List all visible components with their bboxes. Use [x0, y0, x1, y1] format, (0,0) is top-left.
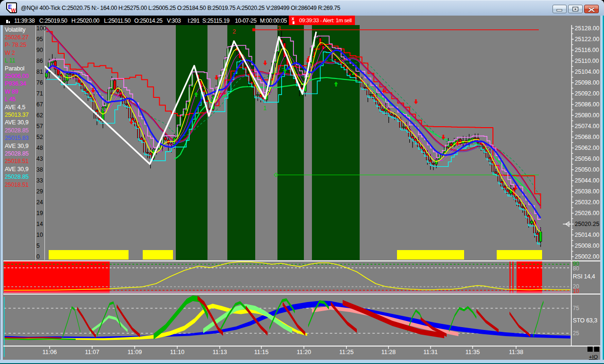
svg-text:67: 67 [36, 101, 43, 108]
svg-text:10: 10 [573, 288, 579, 295]
svg-text:29: 29 [36, 188, 43, 195]
svg-text:25062.00: 25062.00 [575, 145, 599, 151]
svg-text:25068.00: 25068.00 [575, 134, 599, 140]
svg-text:11:10: 11:10 [170, 349, 184, 355]
svg-text:11:09: 11:09 [128, 349, 142, 355]
svg-text:RSI 14,4: RSI 14,4 [573, 273, 595, 280]
svg-text:90: 90 [36, 47, 43, 53]
svg-text:62: 62 [36, 112, 43, 119]
svg-text:48: 48 [36, 145, 43, 151]
svg-text:25014.00: 25014.00 [575, 232, 599, 238]
svg-text:3: 3 [277, 25, 281, 32]
svg-text:AVE 30,9: AVE 30,9 [5, 143, 29, 149]
svg-text:43: 43 [36, 156, 43, 162]
svg-text:2: 2 [233, 28, 236, 35]
svg-text:P936.34: P936.34 [5, 80, 26, 87]
svg-text:11:07: 11:07 [85, 349, 99, 355]
svg-text:75: 75 [573, 305, 579, 312]
svg-text:Volatility: Volatility [5, 26, 26, 33]
svg-text:25026.27: 25026.27 [5, 34, 29, 41]
svg-text:L 45: L 45 [5, 96, 16, 103]
svg-text:86: 86 [36, 58, 43, 64]
svg-text:25028.85: 25028.85 [5, 173, 29, 180]
svg-text:11:38: 11:38 [509, 349, 523, 355]
svg-text:25032.00: 25032.00 [575, 199, 599, 206]
svg-text:11:25: 11:25 [339, 349, 354, 355]
svg-text:52: 52 [36, 134, 43, 140]
svg-text:W 2: W 2 [5, 50, 15, 56]
svg-text:25104.00: 25104.00 [575, 69, 599, 75]
svg-text:25006.00: 25006.00 [5, 73, 29, 79]
svg-text:P- 78.25: P- 78.25 [5, 42, 26, 48]
svg-text:25018.51: 25018.51 [5, 182, 29, 188]
svg-text:80: 80 [573, 265, 579, 272]
svg-text:0: 0 [36, 253, 40, 260]
svg-text:1: 1 [263, 104, 267, 112]
svg-text:AVE 30,9: AVE 30,9 [5, 166, 29, 173]
svg-text:11:31: 11:31 [423, 349, 438, 355]
svg-text:25028.85: 25028.85 [5, 150, 29, 157]
svg-text:25028.85: 25028.85 [5, 127, 29, 134]
svg-text:11:20: 11:20 [297, 349, 311, 355]
svg-text:25110.00: 25110.00 [575, 58, 599, 64]
svg-text:STO 63,3: STO 63,3 [573, 317, 597, 324]
svg-text:25013.37: 25013.37 [5, 112, 29, 118]
svg-text:81: 81 [36, 69, 43, 75]
svg-text:25128.00: 25128.00 [575, 25, 599, 32]
svg-text:W 89: W 89 [5, 88, 18, 95]
svg-text:W: W [11, 8, 16, 13]
svg-text:25018.51: 25018.51 [5, 158, 29, 165]
svg-text:11:13: 11:13 [213, 349, 227, 355]
svg-text:10: 10 [36, 232, 43, 238]
svg-text:25092.00: 25092.00 [575, 90, 599, 97]
svg-text:14: 14 [36, 221, 43, 227]
svg-text:11:06: 11:06 [43, 349, 57, 355]
svg-text:25098.00: 25098.00 [575, 79, 599, 86]
svg-text:25056.00: 25056.00 [575, 156, 599, 162]
svg-text:33: 33 [36, 177, 43, 184]
svg-text:76: 76 [36, 79, 43, 86]
svg-text:25038.00: 25038.00 [575, 188, 599, 195]
svg-text:+IQ: +IQ [589, 354, 598, 360]
svg-text:25122.00: 25122.00 [575, 36, 599, 43]
svg-text:11:15: 11:15 [254, 349, 268, 355]
svg-text:11:28: 11:28 [381, 349, 396, 355]
svg-text:Parabol: Parabol [5, 65, 25, 72]
svg-text:25015.83: 25015.83 [5, 135, 29, 141]
svg-text:57: 57 [36, 123, 43, 130]
svg-text:5: 5 [36, 243, 40, 249]
svg-text:25080.00: 25080.00 [575, 112, 599, 119]
svg-text:AVE 30,9: AVE 30,9 [5, 119, 29, 126]
svg-text:25116.00: 25116.00 [575, 47, 599, 53]
svg-text:38: 38 [36, 166, 43, 173]
svg-text:24: 24 [36, 199, 43, 206]
svg-text:25008.00: 25008.00 [575, 243, 599, 249]
svg-text:11:35: 11:35 [466, 349, 480, 355]
svg-text:100: 100 [36, 25, 46, 32]
svg-text:95: 95 [36, 36, 43, 43]
svg-text:L 11: L 11 [5, 57, 15, 64]
svg-text:25050.00: 25050.00 [575, 166, 599, 173]
svg-text:25020.25: 25020.25 [575, 221, 599, 227]
svg-text:25002.00: 25002.00 [575, 253, 599, 260]
svg-text:25026.00: 25026.00 [575, 210, 599, 217]
svg-text:25074.00: 25074.00 [575, 123, 599, 130]
svg-text:AVE 4,5: AVE 4,5 [5, 104, 26, 111]
svg-text:25086.00: 25086.00 [575, 101, 599, 108]
svg-text:71: 71 [36, 90, 43, 97]
svg-text:25: 25 [573, 330, 579, 337]
svg-text:19: 19 [36, 210, 43, 217]
svg-text:25044.00: 25044.00 [575, 177, 599, 184]
